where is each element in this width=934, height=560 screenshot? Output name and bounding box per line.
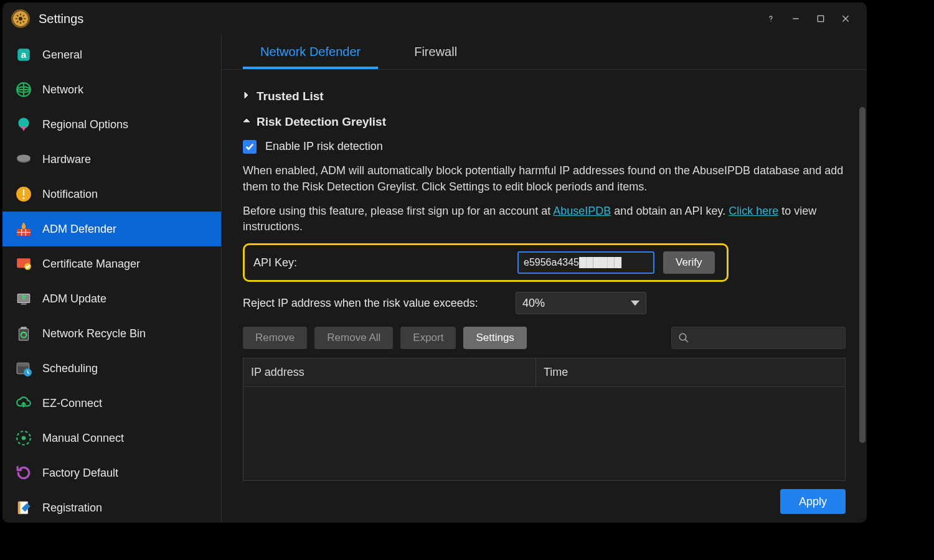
tab-bar: Network Defender Firewall xyxy=(222,35,867,70)
column-ip[interactable]: IP address xyxy=(243,358,536,387)
sidebar-item-label: Network Recycle Bin xyxy=(42,327,146,340)
titlebar: Settings xyxy=(2,2,867,35)
sidebar-item-factory-default[interactable]: Factory Default xyxy=(2,455,221,490)
svg-point-43 xyxy=(679,334,686,340)
sidebar-item-hardware[interactable]: Hardware xyxy=(2,142,221,177)
svg-line-7 xyxy=(17,21,18,22)
minimize-button[interactable] xyxy=(783,9,808,29)
greylist-table: IP address Time xyxy=(243,358,846,481)
recycle-icon xyxy=(15,325,32,342)
svg-rect-24 xyxy=(23,189,24,195)
close-button[interactable] xyxy=(833,9,858,29)
sidebar-item-label: Registration xyxy=(42,502,102,515)
api-key-input[interactable] xyxy=(517,251,654,274)
firewall-icon xyxy=(15,220,32,238)
main-panel: Network Defender Firewall Trusted List R… xyxy=(222,35,867,523)
reject-threshold-select[interactable]: 40% xyxy=(516,292,646,314)
update-icon xyxy=(15,290,32,307)
region-icon xyxy=(15,116,32,133)
sidebar-item-label: EZ-Connect xyxy=(42,397,102,410)
sidebar-item-registration[interactable]: Registration xyxy=(2,490,221,523)
sidebar-item-general[interactable]: a General xyxy=(2,37,221,72)
sidebar-item-label: Notification xyxy=(42,188,98,201)
scrollbar[interactable] xyxy=(859,107,866,443)
section-trusted-list[interactable]: Trusted List xyxy=(243,88,846,105)
svg-line-8 xyxy=(23,15,24,16)
app-icon xyxy=(11,9,30,28)
sidebar-item-label: Factory Default xyxy=(42,467,118,480)
sidebar-item-regional[interactable]: Regional Options xyxy=(2,107,221,142)
section-title: Trusted List xyxy=(257,88,324,105)
sidebar-item-label: Manual Connect xyxy=(42,432,124,445)
sidebar-item-network[interactable]: Network xyxy=(2,72,221,107)
tab-network-defender[interactable]: Network Defender xyxy=(243,36,378,69)
abuseipdb-link[interactable]: AbuseIPDB xyxy=(553,205,611,217)
svg-rect-33 xyxy=(21,304,27,305)
window-title: Settings xyxy=(39,12,83,26)
sidebar-item-scheduling[interactable]: Scheduling xyxy=(2,351,221,386)
sidebar-item-ez-connect[interactable]: EZ-Connect xyxy=(2,386,221,421)
search-input[interactable] xyxy=(694,332,839,343)
svg-point-40 xyxy=(22,436,26,441)
chevron-right-icon xyxy=(243,91,253,101)
connect-icon xyxy=(15,429,32,447)
api-key-row: API Key: Verify xyxy=(243,243,729,282)
reset-icon xyxy=(15,464,32,482)
sidebar-item-label: Regional Options xyxy=(42,118,128,131)
svg-text:a: a xyxy=(21,49,27,60)
remove-button[interactable]: Remove xyxy=(243,327,307,349)
enable-risk-detection-checkbox[interactable] xyxy=(243,140,257,154)
maximize-button[interactable] xyxy=(808,9,833,29)
greylist-description-1: When enabled, ADM will automatically blo… xyxy=(243,163,846,194)
search-box[interactable] xyxy=(671,327,846,349)
tab-firewall[interactable]: Firewall xyxy=(397,36,474,69)
hardware-icon xyxy=(15,151,32,168)
svg-rect-42 xyxy=(18,502,20,514)
section-title: Risk Detection Greylist xyxy=(257,114,386,131)
svg-rect-37 xyxy=(17,363,29,366)
general-icon: a xyxy=(15,46,32,63)
alert-icon xyxy=(15,185,32,203)
settings-button[interactable]: Settings xyxy=(463,327,526,349)
content-area: Trusted List Risk Detection Greylist Ena… xyxy=(222,70,867,523)
svg-point-25 xyxy=(22,197,24,199)
registration-icon xyxy=(15,499,32,516)
sidebar-item-adm-update[interactable]: ADM Update xyxy=(2,281,221,316)
search-icon xyxy=(678,332,689,343)
section-risk-greylist[interactable]: Risk Detection Greylist xyxy=(243,114,846,131)
sidebar: a General Network Regional Options Hardw… xyxy=(2,35,222,523)
sidebar-item-label: ADM Defender xyxy=(42,223,116,236)
settings-window: Settings a General Network Regional Opti… xyxy=(2,2,867,523)
sidebar-item-recycle-bin[interactable]: Network Recycle Bin xyxy=(2,316,221,351)
sidebar-item-label: Scheduling xyxy=(42,362,98,375)
calendar-icon xyxy=(15,360,32,377)
sidebar-item-notification[interactable]: Notification xyxy=(2,177,221,212)
svg-point-22 xyxy=(17,154,31,161)
svg-point-0 xyxy=(19,17,22,21)
column-time[interactable]: Time xyxy=(536,358,846,387)
sidebar-item-adm-defender[interactable]: ADM Defender xyxy=(2,212,221,246)
svg-line-44 xyxy=(685,339,688,342)
api-key-label: API Key: xyxy=(253,255,509,271)
sidebar-item-manual-connect[interactable]: Manual Connect xyxy=(2,421,221,455)
svg-line-6 xyxy=(23,21,24,22)
reject-threshold-value: 40% xyxy=(522,296,545,311)
remove-all-button[interactable]: Remove All xyxy=(314,327,393,349)
svg-point-9 xyxy=(770,21,771,21)
help-button[interactable] xyxy=(758,9,783,29)
sidebar-item-label: ADM Update xyxy=(42,292,106,306)
sidebar-item-label: Hardware xyxy=(42,153,91,166)
reject-threshold-label: Reject IP address when the risk value ex… xyxy=(243,296,507,311)
sidebar-item-label: Network xyxy=(42,83,83,96)
verify-button[interactable]: Verify xyxy=(663,251,715,274)
chevron-down-icon xyxy=(631,299,639,307)
sidebar-item-label: General xyxy=(42,49,82,62)
certificate-icon xyxy=(15,255,32,273)
export-button[interactable]: Export xyxy=(400,327,456,349)
apply-button[interactable]: Apply xyxy=(780,489,846,514)
chevron-down-icon xyxy=(243,117,253,127)
cloud-icon xyxy=(15,394,32,412)
instructions-link[interactable]: Click here xyxy=(729,205,778,217)
sidebar-item-certificate[interactable]: Certificate Manager xyxy=(2,246,221,281)
greylist-description-2: Before using this feature, please first … xyxy=(243,203,846,235)
